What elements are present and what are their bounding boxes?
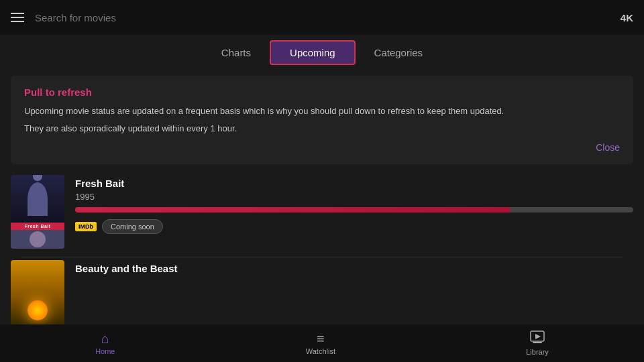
coming-soon-badge: Coming soon [102,219,163,234]
header: 4K [0,0,644,35]
beauty-beast-info: Beauty and the Beast [75,260,633,277]
search-input[interactable] [35,12,610,23]
small-person-icon [30,231,46,247]
nav-library[interactable]: Library [526,330,549,356]
imdb-badge: IMDb [75,222,97,231]
tabs-container: Charts Upcoming Categories [0,35,644,70]
fresh-bait-title: Fresh Bait [75,178,633,189]
thumbnail-bottom-strip [11,230,64,249]
fresh-bait-info: Fresh Bait 1995 IMDb Coming soon [75,175,633,234]
glow-icon [28,300,48,320]
beauty-beast-title: Beauty and the Beast [75,263,633,274]
home-icon: ⌂ [101,332,109,345]
movie-divider [21,257,623,257]
watchlist-icon: ≡ [317,332,325,345]
nav-library-label: Library [526,348,549,356]
tab-categories[interactable]: Categories [356,42,442,64]
bottom-nav: ⌂ Home ≡ Watchlist Library [0,324,644,362]
quality-badge: 4K [621,12,633,23]
fresh-bait-year: 1995 [75,192,633,202]
pull-to-refresh-notice: Pull to refresh Upcoming movie status ar… [11,76,633,164]
notice-line2: They are also sporadically updated withi… [24,122,620,135]
nav-home[interactable]: ⌂ Home [95,332,115,355]
tab-charts[interactable]: Charts [203,42,270,64]
silhouette-icon [28,182,48,216]
library-icon [530,330,545,346]
beauty-beast-thumbnail [11,260,64,334]
notice-close-container: Close [24,141,620,154]
movie-item-fresh-bait[interactable]: Fresh Bait Fresh Bait 1995 IMDb Coming s… [11,175,633,249]
svg-rect-2 [533,342,542,343]
close-button[interactable]: Close [596,142,620,153]
svg-marker-1 [535,334,541,339]
nav-watchlist-label: Watchlist [306,347,335,355]
progress-bar-fill [75,207,511,213]
nav-home-label: Home [95,347,115,355]
silhouette-head [33,175,42,181]
menu-icon[interactable] [11,13,24,22]
progress-bar-container [75,207,633,213]
fresh-bait-thumb-top [11,175,64,223]
notice-line1: Upcoming movie status are updated on a f… [24,105,620,118]
badge-row: IMDb Coming soon [75,219,633,234]
notice-title: Pull to refresh [24,86,620,98]
fresh-bait-thumbnail: Fresh Bait [11,175,64,249]
movie-list: Fresh Bait Fresh Bait 1995 IMDb Coming s… [0,170,644,347]
nav-watchlist[interactable]: ≡ Watchlist [306,332,335,355]
fresh-bait-label: Fresh Bait [11,223,64,230]
movie-item-beauty-beast[interactable]: Beauty and the Beast [11,260,633,334]
tab-upcoming[interactable]: Upcoming [270,40,356,65]
